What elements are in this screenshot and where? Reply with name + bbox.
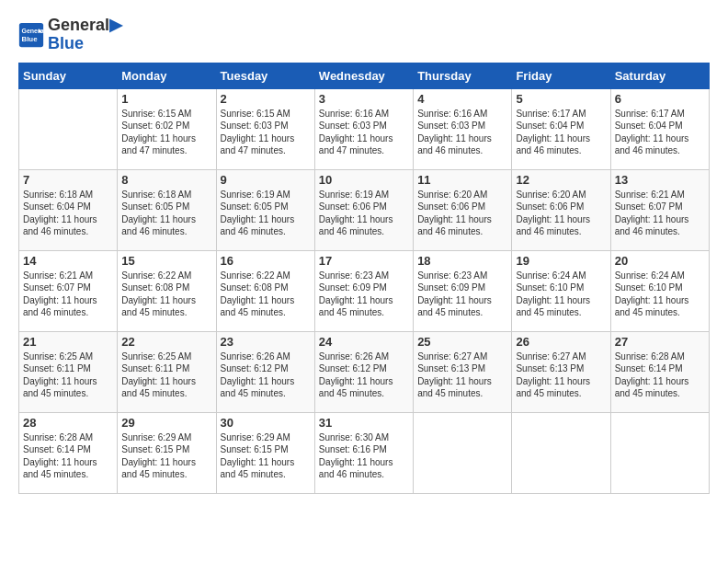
cell-info: Sunrise: 6:30 AMSunset: 6:16 PMDaylight:…	[319, 431, 409, 481]
calendar-cell: 11Sunrise: 6:20 AMSunset: 6:06 PMDayligh…	[414, 169, 512, 250]
cell-info: Sunrise: 6:18 AMSunset: 6:04 PMDaylight:…	[23, 189, 113, 238]
calendar-cell: 14Sunrise: 6:21 AMSunset: 6:07 PMDayligh…	[19, 250, 118, 331]
day-number: 31	[319, 416, 409, 430]
cell-info: Sunrise: 6:23 AMSunset: 6:09 PMDaylight:…	[319, 270, 409, 319]
cell-info: Sunrise: 6:23 AMSunset: 6:09 PMDaylight:…	[417, 270, 507, 319]
calendar-cell: 6Sunrise: 6:17 AMSunset: 6:04 PMDaylight…	[610, 88, 709, 169]
calendar-cell: 20Sunrise: 6:24 AMSunset: 6:10 PMDayligh…	[610, 250, 709, 331]
cell-info: Sunrise: 6:25 AMSunset: 6:11 PMDaylight:…	[121, 350, 211, 400]
cell-info: Sunrise: 6:20 AMSunset: 6:06 PMDaylight:…	[417, 189, 507, 238]
calendar-cell: 1Sunrise: 6:15 AMSunset: 6:02 PMDaylight…	[118, 88, 216, 169]
calendar-cell: 7Sunrise: 6:18 AMSunset: 6:04 PMDaylight…	[19, 169, 118, 250]
cell-info: Sunrise: 6:22 AMSunset: 6:08 PMDaylight:…	[221, 270, 311, 319]
calendar-cell: 23Sunrise: 6:26 AMSunset: 6:12 PMDayligh…	[216, 331, 314, 412]
calendar-cell: 22Sunrise: 6:25 AMSunset: 6:11 PMDayligh…	[118, 331, 216, 412]
cell-info: Sunrise: 6:24 AMSunset: 6:10 PMDaylight:…	[615, 270, 705, 319]
weekday-tuesday: Tuesday	[216, 63, 314, 88]
day-number: 5	[516, 92, 606, 106]
day-number: 17	[319, 254, 409, 268]
calendar-cell: 28Sunrise: 6:28 AMSunset: 6:14 PMDayligh…	[19, 412, 118, 493]
calendar-week-4: 21Sunrise: 6:25 AMSunset: 6:11 PMDayligh…	[19, 331, 710, 412]
cell-info: Sunrise: 6:25 AMSunset: 6:11 PMDaylight:…	[23, 350, 113, 400]
calendar-cell: 13Sunrise: 6:21 AMSunset: 6:07 PMDayligh…	[610, 169, 709, 250]
cell-info: Sunrise: 6:29 AMSunset: 6:15 PMDaylight:…	[221, 431, 311, 481]
cell-info: Sunrise: 6:16 AMSunset: 6:03 PMDaylight:…	[417, 108, 507, 157]
day-number: 28	[23, 416, 113, 430]
day-number: 13	[615, 173, 705, 187]
day-number: 12	[516, 173, 606, 187]
day-number: 4	[417, 92, 507, 106]
calendar-cell: 24Sunrise: 6:26 AMSunset: 6:12 PMDayligh…	[314, 331, 413, 412]
calendar-cell: 17Sunrise: 6:23 AMSunset: 6:09 PMDayligh…	[314, 250, 413, 331]
day-number: 22	[121, 335, 211, 349]
calendar-cell: 2Sunrise: 6:15 AMSunset: 6:03 PMDaylight…	[216, 88, 314, 169]
weekday-saturday: Saturday	[610, 63, 709, 88]
cell-info: Sunrise: 6:21 AMSunset: 6:07 PMDaylight:…	[615, 189, 705, 238]
cell-info: Sunrise: 6:18 AMSunset: 6:05 PMDaylight:…	[121, 189, 211, 238]
calendar-cell: 30Sunrise: 6:29 AMSunset: 6:15 PMDayligh…	[216, 412, 314, 493]
calendar-cell	[512, 412, 610, 493]
svg-text:Blue: Blue	[22, 35, 39, 43]
weekday-monday: Monday	[118, 63, 216, 88]
day-number: 23	[221, 335, 311, 349]
day-number: 8	[121, 173, 211, 187]
cell-info: Sunrise: 6:20 AMSunset: 6:06 PMDaylight:…	[516, 189, 606, 238]
weekday-header-row: SundayMondayTuesdayWednesdayThursdayFrid…	[19, 63, 710, 88]
cell-info: Sunrise: 6:27 AMSunset: 6:13 PMDaylight:…	[417, 350, 507, 400]
cell-info: Sunrise: 6:17 AMSunset: 6:04 PMDaylight:…	[615, 108, 705, 157]
day-number: 1	[121, 92, 211, 106]
calendar-cell: 3Sunrise: 6:16 AMSunset: 6:03 PMDaylight…	[314, 88, 413, 169]
weekday-friday: Friday	[512, 63, 610, 88]
day-number: 19	[516, 254, 606, 268]
calendar-cell: 19Sunrise: 6:24 AMSunset: 6:10 PMDayligh…	[512, 250, 610, 331]
cell-info: Sunrise: 6:19 AMSunset: 6:06 PMDaylight:…	[319, 189, 409, 238]
day-number: 6	[615, 92, 705, 106]
day-number: 20	[615, 254, 705, 268]
cell-info: Sunrise: 6:29 AMSunset: 6:15 PMDaylight:…	[121, 431, 211, 481]
cell-info: Sunrise: 6:26 AMSunset: 6:12 PMDaylight:…	[319, 350, 409, 400]
calendar-cell: 4Sunrise: 6:16 AMSunset: 6:03 PMDaylight…	[414, 88, 512, 169]
logo-text: General▶	[48, 17, 122, 35]
cell-info: Sunrise: 6:15 AMSunset: 6:03 PMDaylight:…	[221, 108, 311, 157]
cell-info: Sunrise: 6:15 AMSunset: 6:02 PMDaylight:…	[121, 108, 211, 157]
day-number: 24	[319, 335, 409, 349]
weekday-thursday: Thursday	[414, 63, 512, 88]
day-number: 2	[221, 92, 311, 106]
day-number: 18	[417, 254, 507, 268]
logo: General Blue General▶ Blue	[18, 17, 122, 53]
cell-info: Sunrise: 6:28 AMSunset: 6:14 PMDaylight:…	[23, 431, 113, 481]
calendar-cell: 27Sunrise: 6:28 AMSunset: 6:14 PMDayligh…	[610, 331, 709, 412]
calendar-week-2: 7Sunrise: 6:18 AMSunset: 6:04 PMDaylight…	[19, 169, 710, 250]
calendar-cell: 18Sunrise: 6:23 AMSunset: 6:09 PMDayligh…	[414, 250, 512, 331]
calendar-cell: 5Sunrise: 6:17 AMSunset: 6:04 PMDaylight…	[512, 88, 610, 169]
day-number: 27	[615, 335, 705, 349]
calendar-cell: 31Sunrise: 6:30 AMSunset: 6:16 PMDayligh…	[314, 412, 413, 493]
cell-info: Sunrise: 6:28 AMSunset: 6:14 PMDaylight:…	[615, 350, 705, 400]
cell-info: Sunrise: 6:22 AMSunset: 6:08 PMDaylight:…	[121, 270, 211, 319]
day-number: 14	[23, 254, 113, 268]
calendar-cell	[19, 88, 118, 169]
calendar-cell	[414, 412, 512, 493]
day-number: 21	[23, 335, 113, 349]
cell-info: Sunrise: 6:16 AMSunset: 6:03 PMDaylight:…	[319, 108, 409, 157]
day-number: 26	[516, 335, 606, 349]
calendar-cell: 12Sunrise: 6:20 AMSunset: 6:06 PMDayligh…	[512, 169, 610, 250]
day-number: 7	[23, 173, 113, 187]
weekday-sunday: Sunday	[19, 63, 118, 88]
cell-info: Sunrise: 6:17 AMSunset: 6:04 PMDaylight:…	[516, 108, 606, 157]
calendar-week-3: 14Sunrise: 6:21 AMSunset: 6:07 PMDayligh…	[19, 250, 710, 331]
day-number: 16	[221, 254, 311, 268]
calendar-cell: 29Sunrise: 6:29 AMSunset: 6:15 PMDayligh…	[118, 412, 216, 493]
cell-info: Sunrise: 6:27 AMSunset: 6:13 PMDaylight:…	[516, 350, 606, 400]
calendar-cell: 8Sunrise: 6:18 AMSunset: 6:05 PMDaylight…	[118, 169, 216, 250]
calendar-week-5: 28Sunrise: 6:28 AMSunset: 6:14 PMDayligh…	[19, 412, 710, 493]
day-number: 9	[221, 173, 311, 187]
day-number: 11	[417, 173, 507, 187]
weekday-wednesday: Wednesday	[314, 63, 413, 88]
calendar-week-1: 1Sunrise: 6:15 AMSunset: 6:02 PMDaylight…	[19, 88, 710, 169]
calendar-cell: 15Sunrise: 6:22 AMSunset: 6:08 PMDayligh…	[118, 250, 216, 331]
day-number: 30	[221, 416, 311, 430]
cell-info: Sunrise: 6:19 AMSunset: 6:05 PMDaylight:…	[221, 189, 311, 238]
logo-icon: General Blue	[18, 22, 44, 48]
page: General Blue General▶ Blue SundayMondayT…	[0, 0, 728, 563]
